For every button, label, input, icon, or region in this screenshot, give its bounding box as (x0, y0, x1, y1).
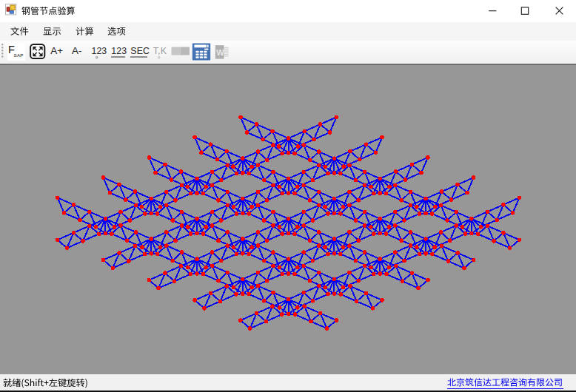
svg-text:W: W (216, 48, 224, 57)
